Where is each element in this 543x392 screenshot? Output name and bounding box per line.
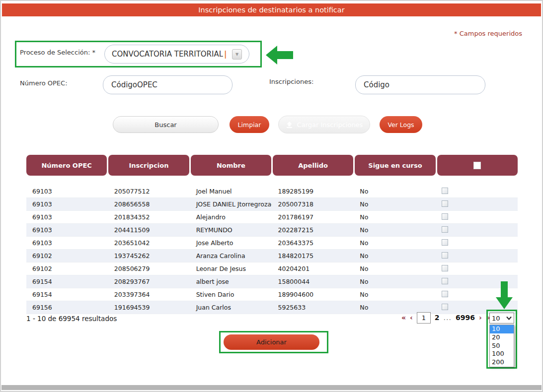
table-cell: Joel Manuel [190, 188, 272, 195]
column-header[interactable]: Apellido [273, 155, 353, 176]
table-cell: No [354, 252, 436, 260]
table-row: 69103204411509REYMUNDO202287215No [26, 224, 518, 237]
pagination: « ‹ 1 2 ... 6996 › » [401, 312, 490, 324]
cargar-inscripciones-button: Cargar Inscripciones [278, 116, 370, 133]
prev-page-button[interactable]: ‹ [410, 314, 413, 322]
table-cell: 193745262 [108, 252, 190, 260]
first-page-button[interactable]: « [401, 314, 406, 322]
row-checkbox[interactable] [442, 226, 448, 233]
row-checkbox[interactable] [442, 265, 448, 271]
table-cell: 201834352 [108, 213, 190, 221]
select-all-checkbox[interactable] [473, 162, 481, 169]
table-header: Número OPEC Inscripcion Nombre Apellido … [26, 155, 518, 176]
page-size-option[interactable]: 20 [490, 333, 514, 342]
table-cell-checkbox [436, 226, 518, 234]
current-page-button[interactable]: 1 [417, 312, 431, 324]
table-cell: 189904600 [272, 291, 354, 298]
page-size-select[interactable]: 10 [489, 313, 514, 324]
table-row: 69103205077512Joel Manuel189285199No [26, 185, 518, 198]
row-checkbox[interactable] [442, 213, 448, 220]
table-cell: 69156 [26, 304, 108, 311]
ver-logs-button[interactable]: Ver Logs [380, 116, 422, 133]
green-arrow-down-icon [496, 281, 513, 309]
required-fields-note: * Campos requeridos [454, 30, 522, 37]
results-summary: 1 - 10 de 69954 resultados [26, 315, 117, 323]
last-page-number-button[interactable]: 6996 [456, 314, 475, 322]
table-cell: albert jose [190, 278, 272, 285]
table-cell-checkbox [436, 188, 518, 196]
column-header[interactable]: Inscripcion [108, 155, 189, 176]
opec-input[interactable] [103, 75, 233, 94]
column-header-checkbox [437, 155, 518, 176]
opec-label: Número OPEC: [20, 79, 68, 87]
row-checkbox[interactable] [442, 239, 448, 246]
table-cell-checkbox [436, 213, 518, 221]
page-size-option[interactable]: 10 [490, 325, 514, 333]
table-row: 69102208506279Leonar De Jesus40204201No [26, 262, 518, 275]
table-cell-checkbox [436, 252, 518, 260]
page-size-option[interactable]: 50 [490, 342, 514, 350]
table-cell: 191694539 [108, 304, 190, 311]
page-2-button[interactable]: 2 [435, 314, 440, 322]
column-header[interactable]: Número OPEC [26, 155, 107, 176]
table-cell: 69154 [26, 278, 108, 285]
table-cell: No [354, 278, 436, 285]
table-cell: 69102 [26, 265, 108, 272]
window-frame: Inscripciones de destinatarios a notific… [0, 0, 543, 392]
column-header[interactable]: Sigue en curso [355, 155, 435, 176]
limpiar-button[interactable]: Limpiar [230, 116, 269, 133]
table-cell: 201786197 [272, 213, 354, 221]
table-cell-checkbox [436, 239, 518, 247]
page-size-option[interactable]: 100 [490, 350, 514, 358]
row-checkbox[interactable] [442, 278, 448, 284]
table-cell: 203397364 [108, 291, 190, 298]
page-title: Inscripciones de destinatarios a notific… [2, 3, 541, 16]
table-cell: 184820175 [272, 252, 354, 260]
table-cell: REYMUNDO [190, 226, 272, 234]
table-cell: No [354, 239, 436, 247]
proceso-value: CONVOCATORIA TERRITORIAL [112, 50, 223, 59]
table-cell: No [354, 213, 436, 221]
text-cursor: | [224, 50, 227, 59]
table-cell: 202287215 [272, 226, 354, 234]
row-checkbox[interactable] [442, 291, 448, 297]
table-cell: 40204201 [272, 265, 354, 272]
next-page-button[interactable]: › [479, 314, 482, 322]
combo-dropdown-button[interactable]: ▼ [232, 49, 242, 60]
upload-icon [286, 121, 293, 129]
table-cell: 208656558 [108, 200, 190, 208]
table-cell: No [354, 200, 436, 208]
table-row: 69103203651042Jose Alberto203643375No [26, 237, 518, 250]
page-size-dropdown: 102050100200 [489, 325, 514, 367]
chevron-down-icon [506, 316, 512, 320]
table-cell: Alejandro [190, 213, 272, 221]
inscripciones-input[interactable] [355, 75, 485, 94]
table-cell: Leonar De Jesus [190, 265, 272, 272]
adicionar-button[interactable]: Adicionar [224, 334, 319, 350]
table-cell: 15800044 [272, 278, 354, 285]
table-cell: No [354, 304, 436, 311]
chevron-down-icon: ▼ [235, 52, 238, 57]
table-cell: 69154 [26, 291, 108, 298]
row-checkbox[interactable] [442, 252, 448, 259]
table-cell: Juan Carlos [190, 304, 272, 311]
row-checkbox[interactable] [442, 200, 448, 207]
table-row: 69102193745262Aranza Carolina184820175No [26, 250, 518, 262]
table-cell: 203651042 [108, 239, 190, 247]
row-checkbox[interactable] [442, 304, 448, 310]
row-checkbox[interactable] [442, 188, 448, 194]
table-cell: No [354, 265, 436, 272]
table-cell: 203643375 [272, 239, 354, 247]
page-size-option[interactable]: 200 [490, 358, 514, 367]
window-bottom-border [1, 385, 542, 390]
proceso-label: Proceso de Selección: * [20, 49, 95, 56]
buscar-button[interactable]: Buscar [113, 116, 219, 133]
table-cell: Aranza Carolina [190, 252, 272, 260]
page-size-value: 10 [492, 315, 500, 322]
table-cell: No [354, 188, 436, 195]
column-header[interactable]: Nombre [191, 155, 271, 176]
table-cell: No [354, 291, 436, 298]
table-cell: No [354, 226, 436, 234]
proceso-combobox[interactable]: CONVOCATORIA TERRITORIAL | ▼ [104, 45, 249, 64]
table-cell: 69103 [26, 226, 108, 234]
